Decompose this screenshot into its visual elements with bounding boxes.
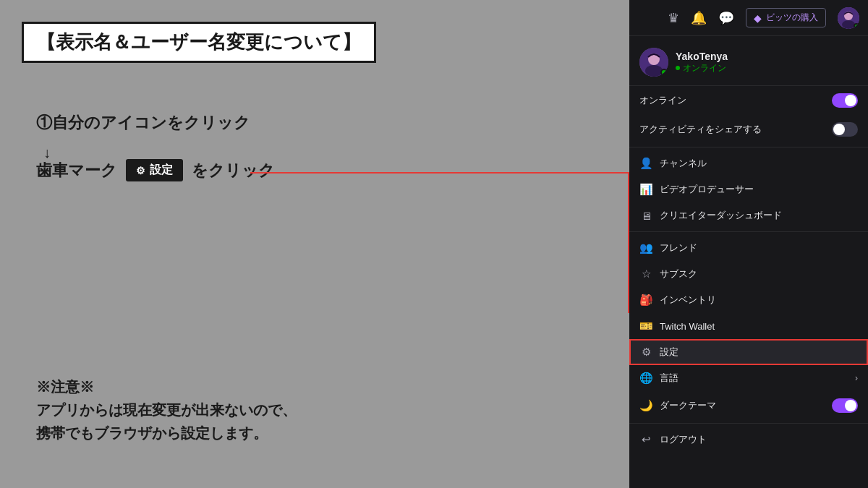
- top-nav: ♛ 🔔 💬 ◆ ビッツの購入: [629, 0, 868, 36]
- twitch-panel: ♛ 🔔 💬 ◆ ビッツの購入: [629, 0, 868, 488]
- dark-theme-toggle-row[interactable]: 🌙 ダークテーマ: [629, 391, 868, 420]
- username: YakoTenya: [676, 51, 858, 62]
- channel-label: チャンネル: [660, 157, 707, 170]
- menu-item-language[interactable]: 🌐 言語 ›: [629, 365, 868, 391]
- page-title: 【表示名＆ユーザー名変更について】: [22, 22, 376, 63]
- dark-theme-label: ダークテーマ: [660, 399, 716, 412]
- friends-label: フレンド: [660, 241, 697, 254]
- menu-item-twitch-wallet[interactable]: 🎫 Twitch Wallet: [629, 313, 868, 339]
- online-dot: [676, 66, 680, 70]
- menu-item-inventory[interactable]: 🎒 インベントリ: [629, 287, 868, 313]
- settings-badge-label: 設定: [150, 163, 173, 178]
- toggle-knob: [845, 95, 856, 106]
- user-text: YakoTenya オンライン: [676, 51, 858, 74]
- chat-icon[interactable]: 💬: [718, 10, 734, 26]
- crown-icon[interactable]: ♛: [668, 10, 679, 26]
- menu-item-friends[interactable]: 👥 フレンド: [629, 235, 868, 261]
- bits-purchase-button[interactable]: ◆ ビッツの購入: [746, 8, 826, 27]
- twitch-wallet-label: Twitch Wallet: [660, 321, 715, 332]
- menu-item-logout[interactable]: ↩ ログアウト: [629, 427, 868, 453]
- red-line-h1: [250, 172, 629, 174]
- status-text: オンライン: [683, 62, 726, 74]
- creator-dashboard-label: クリエイターダッシュボード: [660, 209, 782, 222]
- dashboard-icon: 🖥: [639, 210, 652, 222]
- subscriptions-label: サブスク: [660, 267, 697, 281]
- user-avatar-nav[interactable]: [838, 7, 859, 29]
- menu-item-video-producer[interactable]: 📊 ビデオプロデューサー: [629, 176, 868, 202]
- video-icon: 📊: [639, 183, 652, 196]
- logout-label: ログアウト: [660, 433, 707, 446]
- activity-toggle-knob: [833, 124, 845, 135]
- separator-2: [629, 231, 868, 232]
- inventory-label: インベントリ: [660, 294, 716, 307]
- menu-item-creator-dashboard[interactable]: 🖥 クリエイターダッシュボード: [629, 202, 868, 228]
- instruction-area: 【表示名＆ユーザー名変更について】 ①自分のアイコンをクリック ↓ 歯車マーク …: [0, 0, 629, 488]
- language-icon: 🌐: [639, 372, 652, 385]
- logout-icon: ↩: [639, 433, 652, 446]
- bell-icon[interactable]: 🔔: [691, 10, 707, 26]
- language-label: 言語: [660, 372, 678, 385]
- notice-text: ※注意※ アプリからは現在変更が出来ないので、 携帯でもブラウザから設定します。: [36, 375, 297, 445]
- gear-instruction: 歯車マーク ⚙ 設定 をクリック: [36, 159, 275, 181]
- gear-icon: ⚙: [136, 165, 145, 176]
- settings-gear-icon: ⚙: [639, 346, 652, 359]
- dark-theme-toggle[interactable]: [832, 398, 858, 413]
- video-producer-label: ビデオプロデューサー: [660, 183, 754, 196]
- menu-item-settings[interactable]: ⚙ 設定: [629, 339, 868, 365]
- user-avatar-large: [639, 48, 668, 77]
- wallet-icon: 🎫: [639, 320, 652, 333]
- bits-label: ビッツの購入: [766, 12, 818, 24]
- activity-toggle-row[interactable]: アクティビティをシェアする: [629, 115, 868, 144]
- friends-icon: 👥: [639, 241, 652, 254]
- settings-label: 設定: [660, 346, 678, 359]
- online-status: オンライン: [676, 62, 858, 74]
- dark-theme-knob: [845, 400, 856, 411]
- activity-label: アクティビティをシェアする: [639, 123, 762, 136]
- moon-icon: 🌙: [639, 399, 652, 412]
- online-toggle[interactable]: [832, 93, 858, 108]
- bits-diamond-icon: ◆: [754, 12, 762, 24]
- separator-3: [629, 423, 868, 424]
- online-label: オンライン: [639, 94, 686, 107]
- activity-toggle[interactable]: [832, 122, 858, 137]
- user-info-section: YakoTenya オンライン: [629, 36, 868, 86]
- online-indicator-large: [660, 69, 668, 76]
- settings-badge: ⚙ 設定: [126, 159, 183, 181]
- step1-text: ①自分のアイコンをクリック: [36, 112, 250, 134]
- online-indicator-nav: [854, 23, 859, 29]
- separator-1: [629, 147, 868, 147]
- inventory-icon: 🎒: [639, 294, 652, 307]
- menu-item-subscriptions[interactable]: ☆ サブスク: [629, 261, 868, 287]
- subscriptions-icon: ☆: [639, 267, 652, 281]
- chevron-right-icon: ›: [855, 373, 858, 383]
- channel-icon: 👤: [639, 157, 652, 170]
- menu-item-channel[interactable]: 👤 チャンネル: [629, 150, 868, 176]
- online-toggle-row[interactable]: オンライン: [629, 86, 868, 115]
